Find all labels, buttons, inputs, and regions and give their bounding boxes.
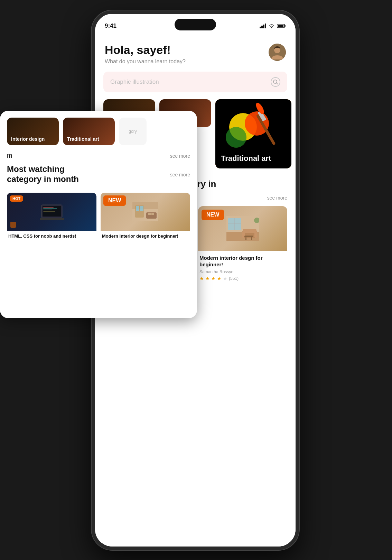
svg-rect-55 [251,237,252,240]
svg-rect-14 [151,213,154,215]
search-container: Graphic illustration [95,72,296,99]
search-svg [273,80,278,84]
see-more-most-watching[interactable]: see more [267,195,287,201]
search-icon[interactable] [271,77,280,87]
traditional-art-label: Traditional art [221,154,271,163]
status-time: 9:41 [105,22,116,29]
card-interior-image: NEW [198,206,287,251]
svg-rect-21 [284,25,286,27]
power-button [298,83,299,111]
svg-rect-51 [242,231,245,238]
svg-rect-4 [43,210,52,210]
bg-badge-hot: HOT [10,195,23,202]
svg-point-30 [226,127,246,148]
rating-count-interior: (551) [229,276,239,281]
bg-chip-interior-label: Interior design [11,136,45,142]
bg-section-title: Most watching category in month [7,164,190,184]
mute-button [92,69,92,82]
svg-rect-18 [265,24,266,28]
signal-icon [260,24,267,28]
avatar-icon [269,44,286,61]
volume-up-button [92,90,92,112]
bg-card-laptop-title: HTML, CSS for noob and nerds! [8,233,95,239]
int-star-4: ★ [217,276,222,281]
bg-card-interior-title: Modern interior desgn for beginner! [102,233,189,239]
card-interior-info: Modern interior desgn for beginner! Sama… [198,251,287,283]
bg-chip-traditional[interactable]: Traditional art [63,118,115,145]
svg-rect-52 [254,231,257,238]
bg-chip-traditional-label: Traditional art [67,136,99,142]
wifi-icon [269,24,275,28]
bg-badge-new: NEW [103,195,126,206]
svg-line-26 [277,83,278,84]
svg-rect-54 [245,237,246,240]
svg-rect-13 [148,213,151,215]
svg-point-29 [245,111,269,136]
svg-rect-16 [261,26,263,28]
interior-course-icon [226,216,259,241]
search-placeholder: Graphic illustration [110,79,159,85]
int-star-5: ★ [223,276,227,281]
greeting: Hola, sayef! [105,44,186,56]
laptop-icon [40,203,64,220]
header: Hola, sayef! What do you wanna learn tod… [95,34,296,72]
svg-rect-15 [260,27,261,28]
svg-rect-3 [43,208,57,209]
svg-rect-10 [136,206,139,211]
svg-point-19 [271,27,272,28]
svg-rect-22 [278,25,283,27]
bg-see-more[interactable]: see more [170,153,190,159]
card-interior-rating: ★ ★ ★ ★ ★ (551) [199,276,286,281]
svg-rect-5 [43,211,55,212]
subtitle: What do you wanna learn today? [105,58,186,65]
bg-card-interior[interactable]: NEW Modern interior desgn for beginner! [101,193,190,241]
dynamic-island [175,19,216,30]
room-icon [132,202,158,221]
avatar[interactable] [269,44,286,61]
traditional-art-card[interactable]: Traditional art [215,99,291,168]
int-star-1: ★ [199,276,204,281]
svg-rect-6 [40,218,64,220]
int-star-2: ★ [205,276,210,281]
int-star-3: ★ [211,276,216,281]
svg-rect-17 [263,25,264,28]
bg-section-see-more-label: m [7,152,12,159]
battery-icon [277,24,286,28]
search-bar[interactable]: Graphic illustration [103,72,287,92]
background-card: Interior design Traditional art gory m s… [0,111,197,318]
bg-card-laptop[interactable]: HOT HTML, CSS for noob and nerds! [7,193,96,241]
header-text: Hola, sayef! What do you wanna learn tod… [105,44,186,65]
status-icons [260,24,286,28]
card-interior-author: Samantha Rossye [199,269,286,274]
avatar-image [269,44,286,61]
svg-rect-2 [43,207,54,208]
card-interior-title: Modern interior desgn for beginner! [199,255,286,268]
badge-new: NEW [202,210,224,220]
bg-chip-interior[interactable]: Interior design [7,118,59,145]
svg-rect-53 [244,236,253,237]
bg-section-see-more[interactable]: see more [170,172,190,177]
card-interior[interactable]: NEW [198,206,287,283]
svg-rect-11 [140,206,143,211]
